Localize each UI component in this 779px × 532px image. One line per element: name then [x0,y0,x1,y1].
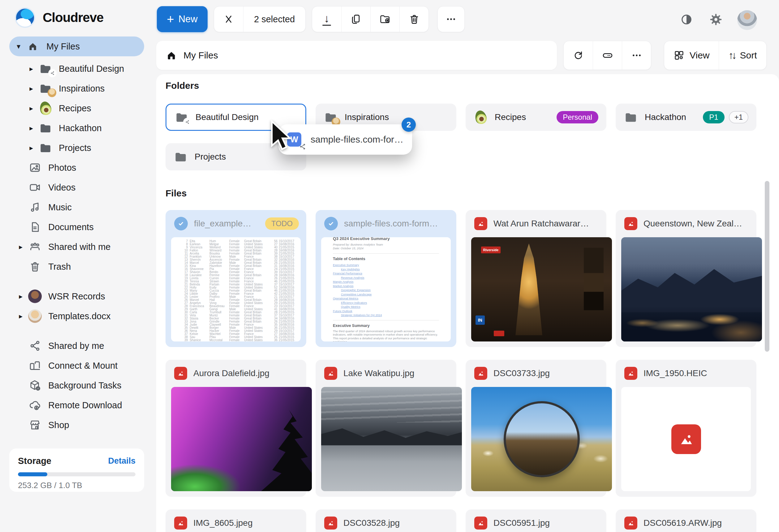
photo-file-icon [174,517,187,530]
tag-more[interactable]: +1 [729,111,748,123]
expand-arrow-icon[interactable]: ▸ [15,243,26,251]
sidebar-item-wsr-records[interactable]: ▸ WSR Records [0,286,155,306]
files-grid: file_example… TODO 7EttaHumFemaleGreat B… [166,210,757,532]
sidebar-item-photos[interactable]: Photos [0,158,155,178]
share-icon [26,340,43,352]
expand-arrow-icon[interactable]: ▸ [25,144,37,152]
sidebar-item-background-tasks[interactable]: Background Tasks [0,375,155,395]
shop-icon [26,418,43,431]
file-card-dsc03528[interactable]: DSC03528.jpg [315,510,456,532]
avatar [737,10,757,30]
folder-icon [37,122,54,134]
sidebar-item-hackathon[interactable]: ▸ Hackathon [0,118,155,138]
expand-arrow-icon[interactable]: ▸ [25,124,37,132]
breadcrumb-root[interactable]: My Files [183,50,218,61]
sidebar-item-inspirations[interactable]: ▸ Inspirations [0,78,155,98]
storage-details-link[interactable]: Details [108,456,135,466]
sort-button[interactable]: ↑↓ Sort [719,41,766,70]
file-card-queenstown[interactable]: Queenstown, New Zeal… [616,210,757,347]
folder-card-recipes[interactable]: Recipes Personal [466,104,606,131]
sidebar-item-remote-download[interactable]: Remote Download [0,395,155,415]
delete-button[interactable] [400,6,428,32]
expand-arrow-icon[interactable]: ▸ [25,84,37,93]
folder-icon [174,150,188,164]
file-card-lake-wakatipu[interactable]: Lake Wakatipu.jpg [315,360,456,497]
sheet-row: 37KelsieWachtelFemaleFrance2716/08/2016 [183,333,301,336]
theme-toggle-button[interactable] [680,13,693,26]
file-card-file-example[interactable]: file_example… TODO 7EttaHumFemaleGreat B… [166,210,306,347]
file-card-img-8605[interactable]: IMG_8605.jpeg [166,510,306,532]
move-to-folder-icon [379,13,391,25]
selected-check-icon[interactable] [174,217,188,230]
sheet-row: 29GarthGangiMaleUnited States4116/08/201… [183,308,301,311]
file-card-dsc05619[interactable]: DSC05619.ARW.jpg [616,510,757,532]
photo-file-icon [624,217,637,230]
photo-file-icon [474,217,487,230]
avatar [26,290,43,303]
sidebar-item-shared-by-me[interactable]: Shared by me [0,336,155,356]
sheet-row: 25LesterProthroMaleFrance2115/10/2017 [183,295,301,298]
clear-selection-button[interactable] [214,6,243,32]
path-tools-group [563,41,651,70]
view-button[interactable]: View [664,41,719,70]
contrast-icon [680,13,693,26]
caret-down-icon[interactable]: ▾ [17,42,28,51]
account-menu-button[interactable] [737,10,757,30]
sheet-row: 20TeresaStrawnFemaleFrance4621/05/2015 [183,280,301,283]
people-icon [26,240,43,253]
refresh-button[interactable] [564,41,593,70]
sidebar-item-connect-mount[interactable]: Connect & Mount [0,356,155,375]
tag-p1[interactable]: P1 [703,111,724,123]
selected-check-icon[interactable] [324,217,338,230]
more-actions-button[interactable] [438,6,464,32]
download-button[interactable]: ↓ [312,6,341,32]
file-card-wat-arun[interactable]: Wat Arun Ratchawarar… Riverside IN [466,210,606,347]
vertical-scrollbar-thumb[interactable] [765,181,769,352]
drag-ghost-label: sample-files.com-for… [311,134,404,145]
file-card-aurora-dalefield[interactable]: Aurora Dalefield.jpg [166,360,306,497]
sidebar-item-videos[interactable]: Videos [0,178,155,197]
ellipsis-icon [445,13,457,25]
expand-arrow-icon[interactable]: ▸ [25,104,37,113]
sidebar-item-projects[interactable]: ▸ Projects [0,138,155,158]
sidebar-item-templates-docx[interactable]: ▸ Templates.docx [0,306,155,326]
trash-icon [26,260,43,273]
sidebar-item-beautiful-design[interactable]: ▸ Beautiful Design [0,59,155,78]
home-icon [28,42,42,51]
drag-ghost[interactable]: W sample-files.com-for… 2 [279,124,412,155]
move-to-button[interactable] [370,6,400,32]
sidebar-item-trash[interactable]: Trash [0,257,155,277]
sidebar-item-shop[interactable]: Shop [0,415,155,435]
copy-icon [350,13,362,25]
sidebar-item-shared-with-me[interactable]: ▸ Shared with me [0,237,155,257]
file-card-img-1950[interactable]: IMG_1950.HEIC [616,360,757,497]
expand-arrow-icon[interactable]: ▸ [15,292,26,301]
copy-button[interactable] [341,6,370,32]
sheet-row: 28FrancescaBeaudreauFemaleFrance2315/10/… [183,305,301,308]
sidebar-item-music[interactable]: Music [0,197,155,217]
sheet-row: 31VetaMuntzFemaleGreat Britain3715/10/20… [183,314,301,317]
settings-button[interactable] [709,13,723,26]
sidebar-item-label: My Files [46,42,80,52]
sidebar-item-documents[interactable]: Documents [0,217,155,237]
file-card-sample-files-doc[interactable]: sample-files.com-form… Q3 2024 Executive… [315,210,456,347]
breadcrumb[interactable]: My Files [156,41,557,70]
new-button[interactable]: + New [157,6,207,32]
file-card-dsc05951[interactable]: DSC05951.jpg [466,510,606,532]
toggle-hidden-button[interactable] [593,41,622,70]
sidebar-item-my-files[interactable]: ▾ My Files [9,37,144,56]
folder-card-hackathon[interactable]: Hackathon P1 +1 [616,104,757,131]
sheet-row: 21BelindaPartainFemaleUnited States3715/… [183,283,301,286]
sidebar-item-recipes[interactable]: ▸ Recipes [0,98,155,118]
tag-todo[interactable]: TODO [265,218,299,230]
sort-arrows-icon: ↑↓ [728,50,735,61]
avocado-icon [474,110,488,124]
app-title: Cloudreve [43,10,103,25]
more-path-actions-button[interactable] [622,41,651,70]
expand-arrow-icon[interactable]: ▸ [25,65,37,73]
sidebar-nav: ▸ Beautiful Design ▸ Inspirations ▸ Reci… [0,59,155,435]
tag-personal[interactable]: Personal [556,111,598,123]
file-card-dsc03733[interactable]: DSC03733.jpg [466,360,606,497]
expand-arrow-icon[interactable]: ▸ [15,312,26,320]
app-logo[interactable]: Cloudreve [15,7,103,28]
